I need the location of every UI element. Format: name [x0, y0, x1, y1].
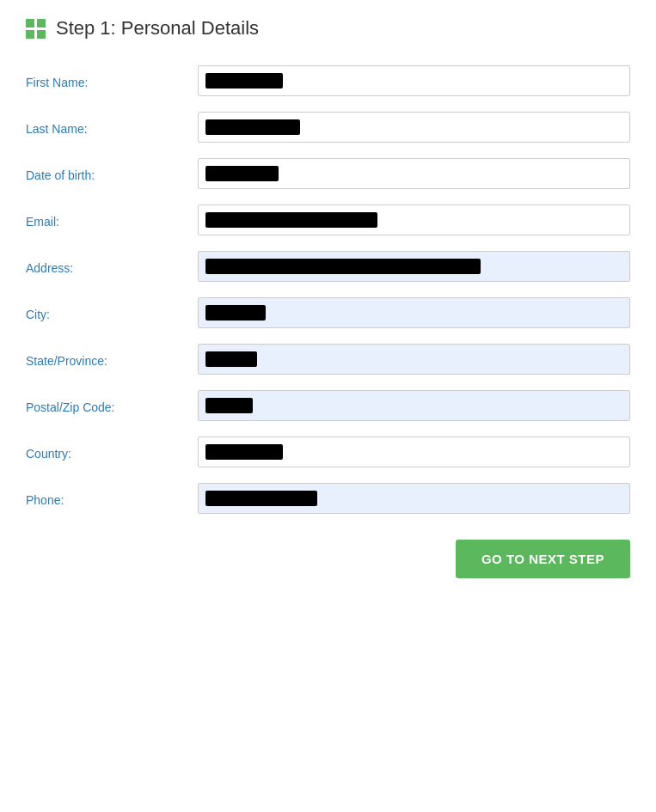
last-name-row: Last Name: — [26, 112, 630, 143]
first-name-label: First Name: — [26, 72, 198, 89]
postal-label: Postal/Zip Code: — [26, 397, 198, 414]
first-name-row: First Name: — [26, 65, 630, 96]
submit-row: GO TO NEXT STEP — [26, 540, 630, 578]
first-name-input[interactable] — [198, 65, 630, 96]
page-header: Step 1: Personal Details — [26, 17, 630, 40]
phone-label: Phone: — [26, 490, 198, 507]
country-row: Country: — [26, 437, 630, 467]
personal-details-form: First Name: Last Name: Date of birth: Em… — [26, 65, 630, 578]
next-step-button[interactable]: GO TO NEXT STEP — [456, 540, 630, 578]
country-field — [198, 437, 630, 467]
postal-row: Postal/Zip Code: — [26, 390, 630, 421]
dob-input[interactable] — [198, 158, 630, 189]
phone-input[interactable] — [198, 483, 630, 514]
country-label: Country: — [26, 443, 198, 461]
last-name-field — [198, 112, 630, 143]
address-field — [198, 251, 630, 282]
city-field — [198, 297, 630, 328]
address-input[interactable] — [198, 251, 630, 282]
city-row: City: — [26, 297, 630, 328]
first-name-field — [198, 65, 630, 96]
last-name-label: Last Name: — [26, 119, 198, 136]
postal-input[interactable] — [198, 390, 630, 421]
dob-field — [198, 158, 630, 189]
email-field — [198, 205, 630, 235]
phone-field — [198, 483, 630, 514]
steps-icon — [26, 19, 46, 39]
city-label: City: — [26, 304, 198, 321]
address-row: Address: — [26, 251, 630, 282]
address-label: Address: — [26, 258, 198, 275]
country-input[interactable] — [198, 437, 630, 467]
dob-label: Date of birth: — [26, 165, 198, 182]
email-row: Email: — [26, 205, 630, 235]
state-row: State/Province: — [26, 344, 630, 375]
dob-row: Date of birth: — [26, 158, 630, 189]
city-input[interactable] — [198, 297, 630, 328]
state-label: State/Province: — [26, 351, 198, 368]
postal-field — [198, 390, 630, 421]
last-name-input[interactable] — [198, 112, 630, 143]
email-label: Email: — [26, 211, 198, 229]
page-title: Step 1: Personal Details — [56, 17, 259, 40]
state-field — [198, 344, 630, 375]
state-input[interactable] — [198, 344, 630, 375]
phone-row: Phone: — [26, 483, 630, 514]
email-input[interactable] — [198, 205, 630, 235]
